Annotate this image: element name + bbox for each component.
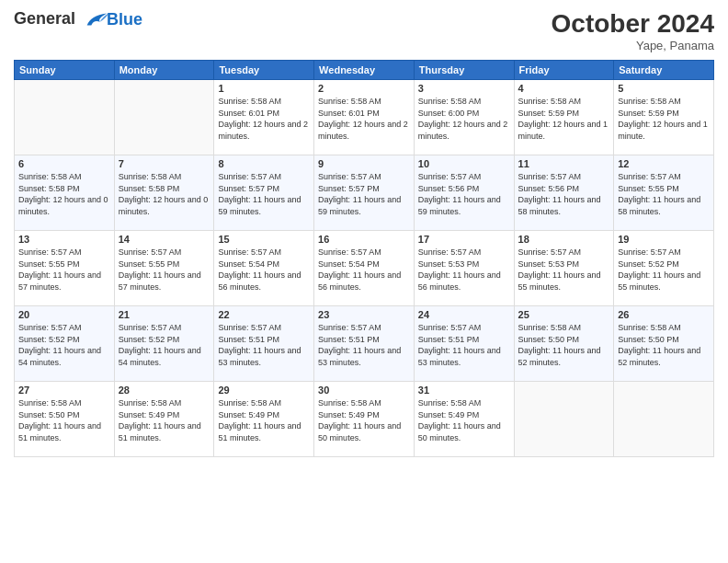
day-number: 16: [318, 234, 410, 245]
logo-text-general: General: [14, 9, 75, 28]
calendar-cell: 19Sunrise: 5:57 AMSunset: 5:52 PMDayligh…: [614, 231, 714, 306]
logo-bird-icon: [83, 9, 108, 29]
day-info: Sunrise: 5:58 AMSunset: 6:01 PMDaylight:…: [318, 96, 410, 142]
calendar-cell: 21Sunrise: 5:57 AMSunset: 5:52 PMDayligh…: [114, 306, 214, 382]
calendar-cell: 28Sunrise: 5:58 AMSunset: 5:49 PMDayligh…: [114, 382, 214, 457]
calendar-week-row: 1Sunrise: 5:58 AMSunset: 6:01 PMDaylight…: [15, 80, 714, 155]
calendar-cell: 4Sunrise: 5:58 AMSunset: 5:59 PMDaylight…: [514, 80, 614, 155]
calendar-cell: 27Sunrise: 5:58 AMSunset: 5:50 PMDayligh…: [15, 382, 115, 457]
col-sunday: Sunday: [15, 61, 115, 80]
title-area: October 2024 Yape, Panama: [552, 9, 714, 52]
calendar-cell: 7Sunrise: 5:58 AMSunset: 5:58 PMDaylight…: [114, 155, 214, 231]
calendar-cell: 1Sunrise: 5:58 AMSunset: 6:01 PMDaylight…: [214, 80, 314, 155]
logo: General Blue: [14, 9, 142, 29]
day-number: 8: [218, 158, 310, 169]
day-number: 30: [318, 385, 410, 396]
day-number: 11: [518, 158, 610, 169]
calendar-cell: 22Sunrise: 5:57 AMSunset: 5:51 PMDayligh…: [214, 306, 314, 382]
day-info: Sunrise: 5:57 AMSunset: 5:53 PMDaylight:…: [518, 247, 610, 293]
day-info: Sunrise: 5:58 AMSunset: 5:58 PMDaylight:…: [119, 171, 210, 217]
day-info: Sunrise: 5:58 AMSunset: 5:50 PMDaylight:…: [18, 397, 110, 443]
day-number: 17: [418, 234, 510, 245]
day-info: Sunrise: 5:57 AMSunset: 5:56 PMDaylight:…: [518, 171, 610, 217]
page-header: General Blue October 2024 Yape, Panama: [14, 9, 714, 52]
day-number: 4: [518, 83, 610, 94]
calendar-cell: 24Sunrise: 5:57 AMSunset: 5:51 PMDayligh…: [414, 306, 514, 382]
day-number: 9: [318, 158, 410, 169]
calendar-cell: 30Sunrise: 5:58 AMSunset: 5:49 PMDayligh…: [314, 382, 415, 457]
day-info: Sunrise: 5:57 AMSunset: 5:52 PMDaylight:…: [18, 322, 110, 368]
calendar-cell: 23Sunrise: 5:57 AMSunset: 5:51 PMDayligh…: [314, 306, 415, 382]
day-info: Sunrise: 5:57 AMSunset: 5:52 PMDaylight:…: [618, 247, 710, 293]
calendar-cell: 9Sunrise: 5:57 AMSunset: 5:57 PMDaylight…: [314, 155, 415, 231]
calendar-cell: 16Sunrise: 5:57 AMSunset: 5:54 PMDayligh…: [314, 231, 415, 306]
day-number: 1: [218, 83, 310, 94]
day-info: Sunrise: 5:57 AMSunset: 5:54 PMDaylight:…: [218, 247, 310, 293]
logo-text-blue: Blue: [107, 10, 142, 29]
day-number: 24: [418, 309, 510, 320]
day-info: Sunrise: 5:57 AMSunset: 5:56 PMDaylight:…: [418, 171, 510, 217]
day-info: Sunrise: 5:58 AMSunset: 6:00 PMDaylight:…: [418, 96, 510, 142]
day-number: 6: [18, 158, 110, 169]
day-info: Sunrise: 5:58 AMSunset: 5:50 PMDaylight:…: [518, 322, 610, 368]
day-number: 12: [618, 158, 710, 169]
col-monday: Monday: [114, 61, 214, 80]
calendar-cell: 13Sunrise: 5:57 AMSunset: 5:55 PMDayligh…: [15, 231, 115, 306]
day-info: Sunrise: 5:57 AMSunset: 5:51 PMDaylight:…: [418, 322, 510, 368]
calendar-week-row: 13Sunrise: 5:57 AMSunset: 5:55 PMDayligh…: [15, 231, 714, 306]
day-number: 3: [418, 83, 510, 94]
day-info: Sunrise: 5:57 AMSunset: 5:54 PMDaylight:…: [318, 247, 410, 293]
calendar-cell: 5Sunrise: 5:58 AMSunset: 5:59 PMDaylight…: [614, 80, 714, 155]
calendar-week-row: 20Sunrise: 5:57 AMSunset: 5:52 PMDayligh…: [15, 306, 714, 382]
calendar-week-row: 6Sunrise: 5:58 AMSunset: 5:58 PMDaylight…: [15, 155, 714, 231]
day-info: Sunrise: 5:57 AMSunset: 5:55 PMDaylight:…: [618, 171, 710, 217]
day-number: 10: [418, 158, 510, 169]
day-number: 22: [218, 309, 310, 320]
day-info: Sunrise: 5:58 AMSunset: 5:59 PMDaylight:…: [518, 96, 610, 142]
day-info: Sunrise: 5:58 AMSunset: 5:49 PMDaylight:…: [119, 397, 210, 443]
day-number: 13: [18, 234, 110, 245]
day-info: Sunrise: 5:58 AMSunset: 6:01 PMDaylight:…: [218, 96, 310, 142]
calendar-cell: [114, 80, 214, 155]
col-thursday: Thursday: [414, 61, 514, 80]
day-info: Sunrise: 5:57 AMSunset: 5:57 PMDaylight:…: [318, 171, 410, 217]
day-info: Sunrise: 5:57 AMSunset: 5:53 PMDaylight:…: [418, 247, 510, 293]
day-info: Sunrise: 5:58 AMSunset: 5:50 PMDaylight:…: [618, 322, 710, 368]
day-number: 18: [518, 234, 610, 245]
day-number: 14: [119, 234, 210, 245]
day-number: 31: [418, 385, 510, 396]
calendar-cell: 11Sunrise: 5:57 AMSunset: 5:56 PMDayligh…: [514, 155, 614, 231]
day-info: Sunrise: 5:58 AMSunset: 5:49 PMDaylight:…: [418, 397, 510, 443]
day-number: 27: [18, 385, 110, 396]
day-number: 28: [119, 385, 210, 396]
calendar-cell: 18Sunrise: 5:57 AMSunset: 5:53 PMDayligh…: [514, 231, 614, 306]
calendar-cell: [614, 382, 714, 457]
day-number: 23: [318, 309, 410, 320]
day-info: Sunrise: 5:58 AMSunset: 5:49 PMDaylight:…: [218, 397, 310, 443]
day-number: 21: [119, 309, 210, 320]
calendar-cell: 14Sunrise: 5:57 AMSunset: 5:55 PMDayligh…: [114, 231, 214, 306]
day-number: 2: [318, 83, 410, 94]
day-number: 26: [618, 309, 710, 320]
calendar-cell: 31Sunrise: 5:58 AMSunset: 5:49 PMDayligh…: [414, 382, 514, 457]
calendar-cell: 12Sunrise: 5:57 AMSunset: 5:55 PMDayligh…: [614, 155, 714, 231]
day-number: 19: [618, 234, 710, 245]
day-number: 25: [518, 309, 610, 320]
day-info: Sunrise: 5:57 AMSunset: 5:57 PMDaylight:…: [218, 171, 310, 217]
calendar-cell: [514, 382, 614, 457]
month-title: October 2024: [552, 9, 714, 39]
calendar-cell: 3Sunrise: 5:58 AMSunset: 6:00 PMDaylight…: [414, 80, 514, 155]
calendar-cell: 2Sunrise: 5:58 AMSunset: 6:01 PMDaylight…: [314, 80, 415, 155]
calendar-cell: 20Sunrise: 5:57 AMSunset: 5:52 PMDayligh…: [15, 306, 115, 382]
day-number: 5: [618, 83, 710, 94]
col-tuesday: Tuesday: [214, 61, 314, 80]
day-info: Sunrise: 5:58 AMSunset: 5:58 PMDaylight:…: [18, 171, 110, 217]
col-saturday: Saturday: [614, 61, 714, 80]
calendar-cell: 29Sunrise: 5:58 AMSunset: 5:49 PMDayligh…: [214, 382, 314, 457]
calendar-cell: 25Sunrise: 5:58 AMSunset: 5:50 PMDayligh…: [514, 306, 614, 382]
calendar-cell: 8Sunrise: 5:57 AMSunset: 5:57 PMDaylight…: [214, 155, 314, 231]
day-info: Sunrise: 5:58 AMSunset: 5:49 PMDaylight:…: [318, 397, 410, 443]
day-number: 7: [119, 158, 210, 169]
calendar-header-row: Sunday Monday Tuesday Wednesday Thursday…: [15, 61, 714, 80]
location-subtitle: Yape, Panama: [552, 39, 714, 52]
